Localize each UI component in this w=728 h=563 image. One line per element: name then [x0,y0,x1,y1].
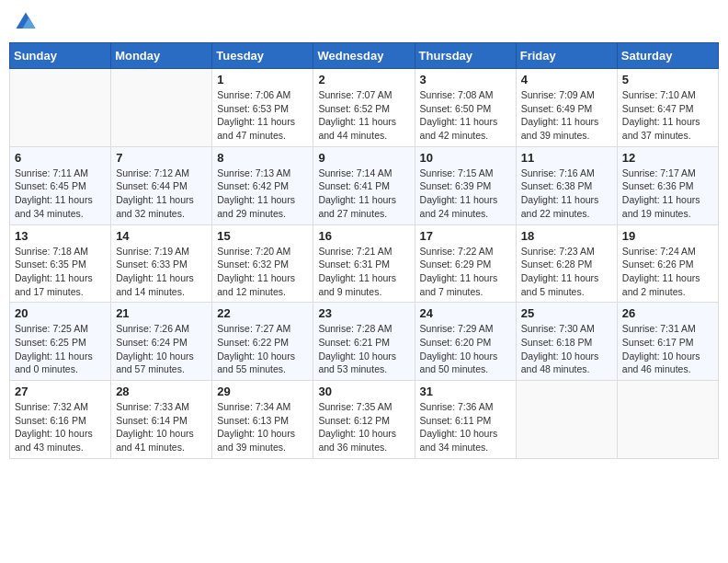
cell-info: Sunrise: 7:17 AMSunset: 6:36 PMDaylight:… [622,167,713,221]
cell-info: Sunrise: 7:13 AMSunset: 6:42 PMDaylight:… [217,167,308,221]
day-header-wednesday: Wednesday [313,43,415,69]
cell-info: Sunrise: 7:10 AMSunset: 6:47 PMDaylight:… [622,88,713,143]
cell-info: Sunrise: 7:11 AMSunset: 6:45 PMDaylight:… [15,167,106,221]
calendar-day-cell: 11Sunrise: 7:16 AMSunset: 6:38 PMDayligh… [516,146,617,224]
day-number: 20 [15,306,106,320]
day-number: 19 [622,229,713,243]
cell-info: Sunrise: 7:29 AMSunset: 6:20 PMDaylight:… [420,322,511,376]
calendar-week-row: 6Sunrise: 7:11 AMSunset: 6:45 PMDaylight… [10,146,719,224]
cell-info: Sunrise: 7:32 AMSunset: 6:16 PMDaylight:… [15,400,106,454]
cell-info: Sunrise: 7:08 AMSunset: 6:50 PMDaylight:… [420,88,511,143]
cell-info: Sunrise: 7:25 AMSunset: 6:25 PMDaylight:… [15,322,106,376]
cell-info: Sunrise: 7:09 AMSunset: 6:49 PMDaylight:… [521,88,612,143]
calendar-day-cell: 24Sunrise: 7:29 AMSunset: 6:20 PMDayligh… [415,303,516,381]
calendar-week-row: 20Sunrise: 7:25 AMSunset: 6:25 PMDayligh… [10,303,719,381]
cell-info: Sunrise: 7:16 AMSunset: 6:38 PMDaylight:… [521,167,612,221]
day-number: 5 [622,73,713,86]
cell-info: Sunrise: 7:12 AMSunset: 6:44 PMDaylight:… [116,167,207,221]
calendar-day-cell: 21Sunrise: 7:26 AMSunset: 6:24 PMDayligh… [111,303,212,381]
calendar-day-cell: 17Sunrise: 7:22 AMSunset: 6:29 PMDayligh… [415,224,516,303]
calendar-day-cell: 23Sunrise: 7:28 AMSunset: 6:21 PMDayligh… [313,303,415,381]
day-number: 2 [318,73,409,86]
calendar-day-cell: 2Sunrise: 7:07 AMSunset: 6:52 PMDaylight… [313,69,415,147]
cell-info: Sunrise: 7:23 AMSunset: 6:28 PMDaylight:… [521,245,612,299]
calendar-day-cell: 9Sunrise: 7:14 AMSunset: 6:41 PMDaylight… [313,146,415,224]
day-number: 30 [318,385,409,398]
day-number: 27 [15,385,106,398]
day-number: 8 [217,151,308,165]
calendar-empty-cell [111,69,212,147]
cell-info: Sunrise: 7:27 AMSunset: 6:22 PMDaylight:… [217,322,308,376]
calendar: SundayMondayTuesdayWednesdayThursdayFrid… [9,42,719,459]
calendar-day-cell: 6Sunrise: 7:11 AMSunset: 6:45 PMDaylight… [10,146,111,224]
calendar-day-cell: 22Sunrise: 7:27 AMSunset: 6:22 PMDayligh… [212,303,313,381]
day-number: 24 [420,306,511,320]
day-header-tuesday: Tuesday [212,43,313,69]
calendar-day-cell: 27Sunrise: 7:32 AMSunset: 6:16 PMDayligh… [10,381,111,459]
calendar-week-row: 1Sunrise: 7:06 AMSunset: 6:53 PMDaylight… [10,69,719,147]
page-header [9,9,719,35]
day-header-thursday: Thursday [415,43,516,69]
day-number: 23 [318,306,409,320]
calendar-day-cell: 20Sunrise: 7:25 AMSunset: 6:25 PMDayligh… [10,303,111,381]
cell-info: Sunrise: 7:28 AMSunset: 6:21 PMDaylight:… [318,322,409,376]
cell-info: Sunrise: 7:18 AMSunset: 6:35 PMDaylight:… [15,245,106,299]
day-number: 21 [116,306,207,320]
day-number: 25 [521,306,612,320]
calendar-day-cell: 30Sunrise: 7:35 AMSunset: 6:12 PMDayligh… [313,381,415,459]
logo-icon [13,9,39,35]
calendar-empty-cell [10,69,111,147]
calendar-day-cell: 8Sunrise: 7:13 AMSunset: 6:42 PMDaylight… [212,146,313,224]
calendar-day-cell: 31Sunrise: 7:36 AMSunset: 6:11 PMDayligh… [415,381,516,459]
cell-info: Sunrise: 7:14 AMSunset: 6:41 PMDaylight:… [318,167,409,221]
day-number: 11 [521,151,612,165]
day-number: 9 [318,151,409,165]
day-header-saturday: Saturday [617,43,718,69]
cell-info: Sunrise: 7:20 AMSunset: 6:32 PMDaylight:… [217,245,308,299]
calendar-day-cell: 29Sunrise: 7:34 AMSunset: 6:13 PMDayligh… [212,381,313,459]
calendar-day-cell: 12Sunrise: 7:17 AMSunset: 6:36 PMDayligh… [617,146,718,224]
calendar-day-cell: 19Sunrise: 7:24 AMSunset: 6:26 PMDayligh… [617,224,718,303]
cell-info: Sunrise: 7:33 AMSunset: 6:14 PMDaylight:… [116,400,207,454]
day-number: 1 [217,73,308,86]
calendar-day-cell: 25Sunrise: 7:30 AMSunset: 6:18 PMDayligh… [516,303,617,381]
calendar-day-cell: 26Sunrise: 7:31 AMSunset: 6:17 PMDayligh… [617,303,718,381]
day-number: 28 [116,385,207,398]
calendar-empty-cell [617,381,718,459]
calendar-week-row: 13Sunrise: 7:18 AMSunset: 6:35 PMDayligh… [10,224,719,303]
day-number: 22 [217,306,308,320]
cell-info: Sunrise: 7:30 AMSunset: 6:18 PMDaylight:… [521,322,612,376]
day-header-monday: Monday [111,43,212,69]
day-number: 29 [217,385,308,398]
cell-info: Sunrise: 7:24 AMSunset: 6:26 PMDaylight:… [622,245,713,299]
cell-info: Sunrise: 7:21 AMSunset: 6:31 PMDaylight:… [318,245,409,299]
day-header-friday: Friday [516,43,617,69]
logo [13,9,42,35]
calendar-day-cell: 3Sunrise: 7:08 AMSunset: 6:50 PMDaylight… [415,69,516,147]
calendar-day-cell: 4Sunrise: 7:09 AMSunset: 6:49 PMDaylight… [516,69,617,147]
cell-info: Sunrise: 7:07 AMSunset: 6:52 PMDaylight:… [318,88,409,143]
day-number: 6 [15,151,106,165]
calendar-day-cell: 10Sunrise: 7:15 AMSunset: 6:39 PMDayligh… [415,146,516,224]
cell-info: Sunrise: 7:15 AMSunset: 6:39 PMDaylight:… [420,167,511,221]
day-number: 4 [521,73,612,86]
cell-info: Sunrise: 7:35 AMSunset: 6:12 PMDaylight:… [318,400,409,454]
day-number: 13 [15,229,106,243]
calendar-day-cell: 1Sunrise: 7:06 AMSunset: 6:53 PMDaylight… [212,69,313,147]
day-number: 7 [116,151,207,165]
calendar-day-cell: 16Sunrise: 7:21 AMSunset: 6:31 PMDayligh… [313,224,415,303]
day-number: 14 [116,229,207,243]
cell-info: Sunrise: 7:19 AMSunset: 6:33 PMDaylight:… [116,245,207,299]
day-number: 15 [217,229,308,243]
calendar-day-cell: 7Sunrise: 7:12 AMSunset: 6:44 PMDaylight… [111,146,212,224]
day-number: 12 [622,151,713,165]
cell-info: Sunrise: 7:31 AMSunset: 6:17 PMDaylight:… [622,322,713,376]
cell-info: Sunrise: 7:06 AMSunset: 6:53 PMDaylight:… [217,88,308,143]
cell-info: Sunrise: 7:36 AMSunset: 6:11 PMDaylight:… [420,400,511,454]
day-number: 31 [420,385,511,398]
day-number: 10 [420,151,511,165]
calendar-day-cell: 5Sunrise: 7:10 AMSunset: 6:47 PMDaylight… [617,69,718,147]
cell-info: Sunrise: 7:22 AMSunset: 6:29 PMDaylight:… [420,245,511,299]
day-number: 3 [420,73,511,86]
day-header-sunday: Sunday [10,43,111,69]
